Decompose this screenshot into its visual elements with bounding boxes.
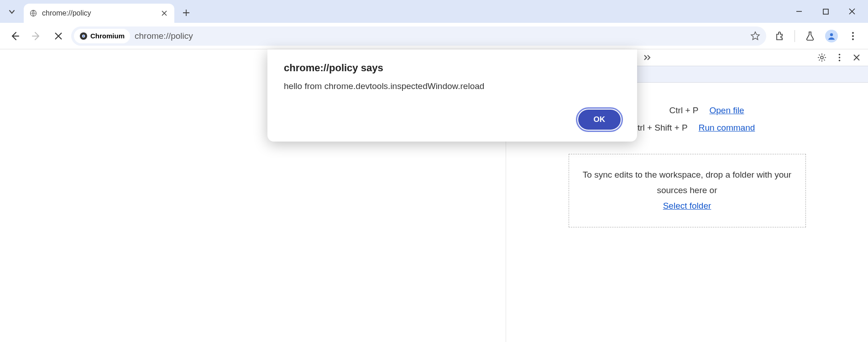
chevron-double-right-icon — [643, 54, 652, 61]
tab-strip: chrome://policy — [0, 0, 868, 23]
bookmark-button[interactable] — [748, 29, 763, 43]
open-file-link[interactable]: Open file — [709, 105, 744, 116]
kbd-open-file: Ctrl + P — [630, 105, 698, 116]
select-folder-link[interactable]: Select folder — [663, 201, 711, 210]
extensions-button[interactable] — [773, 29, 786, 43]
chromium-logo-icon — [79, 32, 88, 40]
gear-icon — [817, 53, 826, 62]
svg-point-10 — [838, 54, 840, 56]
minimize-icon — [796, 8, 802, 15]
svg-point-9 — [821, 56, 823, 59]
dialog-message: hello from chrome.devtools.inspectedWind… — [284, 81, 621, 91]
svg-point-7 — [852, 35, 854, 37]
dialog-title: chrome://policy says — [284, 62, 621, 74]
tab-title: chrome://policy — [42, 9, 155, 17]
flask-icon — [805, 31, 815, 41]
dropzone-text: To sync edits to the workspace, drop a f… — [583, 170, 791, 195]
devtools-menu-button[interactable] — [832, 51, 846, 64]
forward-button — [27, 27, 46, 45]
svg-point-5 — [830, 33, 833, 36]
close-icon — [162, 11, 167, 16]
maximize-button[interactable] — [819, 5, 832, 18]
arrow-left-icon — [10, 31, 20, 41]
toolbar-actions — [770, 29, 863, 43]
svg-point-4 — [83, 35, 84, 37]
new-tab-button[interactable] — [178, 5, 194, 21]
arrow-right-icon — [31, 31, 42, 41]
close-window-button[interactable] — [845, 5, 859, 18]
svg-point-11 — [838, 57, 840, 58]
more-tabs-button[interactable] — [641, 51, 654, 64]
puzzle-icon — [775, 32, 784, 41]
devtools-close-button[interactable] — [850, 51, 863, 64]
javascript-alert-dialog: chrome://policy says hello from chrome.d… — [267, 49, 637, 142]
workspace-dropzone[interactable]: To sync edits to the workspace, drop a f… — [569, 154, 806, 227]
shortcut-open-file: Ctrl + P Open file — [630, 105, 744, 116]
chevron-down-icon — [8, 8, 16, 16]
stop-reload-button[interactable] — [49, 27, 68, 45]
url-text: chrome://policy — [135, 31, 743, 41]
dialog-ok-button[interactable]: OK — [578, 110, 621, 130]
close-icon — [853, 54, 860, 61]
devtools-settings-button[interactable] — [815, 51, 829, 64]
browser-menu-button[interactable] — [846, 29, 860, 43]
search-tabs-button[interactable] — [4, 4, 20, 20]
address-bar[interactable]: Chromium chrome://policy — [71, 26, 766, 46]
star-icon — [750, 31, 760, 41]
shortcut-run-command: Ctrl + Shift + P Run command — [619, 123, 755, 133]
browser-tab[interactable]: chrome://policy — [24, 4, 174, 23]
kebab-icon — [852, 32, 854, 41]
svg-point-8 — [852, 38, 854, 40]
divider — [795, 30, 795, 42]
globe-icon — [29, 9, 37, 17]
chip-label: Chromium — [90, 32, 125, 40]
minimize-button[interactable] — [792, 5, 806, 18]
plus-icon — [183, 9, 190, 16]
kebab-icon — [838, 53, 841, 62]
run-command-link[interactable]: Run command — [699, 123, 755, 133]
svg-point-6 — [852, 32, 854, 34]
close-icon — [849, 8, 855, 15]
maximize-icon — [823, 9, 829, 15]
labs-button[interactable] — [803, 29, 817, 43]
window-controls — [792, 0, 868, 23]
browser-toolbar: Chromium chrome://policy — [0, 23, 868, 49]
close-icon — [54, 32, 63, 40]
chromium-chip[interactable]: Chromium — [74, 29, 130, 43]
person-icon — [827, 32, 836, 40]
back-button[interactable] — [5, 27, 24, 45]
profile-button[interactable] — [825, 30, 838, 42]
close-tab-button[interactable] — [160, 9, 169, 18]
svg-point-12 — [838, 60, 840, 62]
svg-rect-1 — [823, 9, 828, 14]
